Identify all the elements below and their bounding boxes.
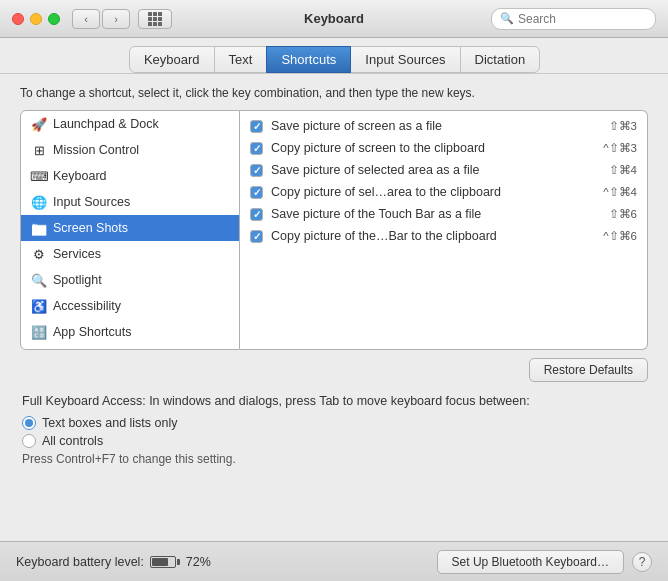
tab-dictation[interactable]: Dictation bbox=[460, 46, 541, 73]
tab-keyboard[interactable]: Keyboard bbox=[129, 46, 215, 73]
restore-defaults-button[interactable]: Restore Defaults bbox=[529, 358, 648, 382]
back-button[interactable]: ‹ bbox=[72, 9, 100, 29]
bluetooth-button[interactable]: Set Up Bluetooth Keyboard… bbox=[437, 550, 624, 574]
sidebar-item-keyboard[interactable]: ⌨ Keyboard bbox=[21, 163, 239, 189]
tab-shortcuts[interactable]: Shortcuts bbox=[266, 46, 351, 73]
shortcut-check-2[interactable] bbox=[250, 164, 263, 177]
radio-text-boxes-circle[interactable] bbox=[22, 416, 36, 430]
shortcut-label-3: Copy picture of sel…area to the clipboar… bbox=[271, 185, 595, 199]
search-box[interactable]: 🔍 bbox=[491, 8, 656, 30]
search-input[interactable] bbox=[518, 12, 647, 26]
shortcut-keys-1: ^⇧⌘3 bbox=[603, 141, 637, 155]
radio-text-boxes[interactable]: Text boxes and lists only bbox=[22, 416, 646, 430]
sidebar-item-app-shortcuts-label: App Shortcuts bbox=[53, 325, 132, 339]
shortcut-keys-5: ^⇧⌘6 bbox=[603, 229, 637, 243]
shortcut-row-2[interactable]: Save picture of selected area as a file … bbox=[240, 159, 647, 181]
battery-fill bbox=[152, 558, 168, 566]
sidebar: 🚀 Launchpad & Dock ⊞ Mission Control ⌨ K… bbox=[20, 110, 240, 350]
shortcut-keys-0: ⇧⌘3 bbox=[609, 119, 637, 133]
help-button[interactable]: ? bbox=[632, 552, 652, 572]
shortcut-panel: Save picture of screen as a file ⇧⌘3 Cop… bbox=[240, 110, 648, 350]
sidebar-item-launchpad[interactable]: 🚀 Launchpad & Dock bbox=[21, 111, 239, 137]
battery-label-text: Keyboard battery level: bbox=[16, 555, 144, 569]
sidebar-item-services[interactable]: ⚙ Services bbox=[21, 241, 239, 267]
services-icon: ⚙ bbox=[31, 246, 47, 262]
battery-tip bbox=[177, 559, 180, 565]
shortcut-check-1[interactable] bbox=[250, 142, 263, 155]
minimize-button[interactable] bbox=[30, 13, 42, 25]
sidebar-item-input-sources[interactable]: 🌐 Input Sources bbox=[21, 189, 239, 215]
maximize-button[interactable] bbox=[48, 13, 60, 25]
traffic-lights bbox=[12, 13, 60, 25]
hint-text: To change a shortcut, select it, click t… bbox=[20, 86, 648, 100]
search-icon: 🔍 bbox=[500, 12, 514, 25]
spotlight-icon: 🔍 bbox=[31, 272, 47, 288]
sidebar-item-spotlight[interactable]: 🔍 Spotlight bbox=[21, 267, 239, 293]
keyboard-icon: ⌨ bbox=[31, 168, 47, 184]
battery-body bbox=[150, 556, 176, 568]
close-button[interactable] bbox=[12, 13, 24, 25]
sidebar-item-screen-shots[interactable]: 📷 Screen Shots bbox=[21, 215, 239, 241]
bottom-bar: Keyboard battery level: 72% Set Up Bluet… bbox=[0, 541, 668, 581]
panels: 🚀 Launchpad & Dock ⊞ Mission Control ⌨ K… bbox=[20, 110, 648, 350]
shortcut-row-3[interactable]: Copy picture of sel…area to the clipboar… bbox=[240, 181, 647, 203]
battery-percent: 72% bbox=[186, 555, 211, 569]
tab-input-sources[interactable]: Input Sources bbox=[350, 46, 460, 73]
app-shortcuts-icon: 🔠 bbox=[31, 324, 47, 340]
radio-all-controls-label: All controls bbox=[42, 434, 103, 448]
shortcut-keys-3: ^⇧⌘4 bbox=[603, 185, 637, 199]
shortcut-label-2: Save picture of selected area as a file bbox=[271, 163, 601, 177]
sidebar-item-input-sources-label: Input Sources bbox=[53, 195, 130, 209]
shortcut-row-0[interactable]: Save picture of screen as a file ⇧⌘3 bbox=[240, 115, 647, 137]
radio-all-controls[interactable]: All controls bbox=[22, 434, 646, 448]
shortcut-check-5[interactable] bbox=[250, 230, 263, 243]
grid-icon bbox=[148, 12, 162, 26]
radio-all-controls-circle[interactable] bbox=[22, 434, 36, 448]
shortcut-row-1[interactable]: Copy picture of screen to the clipboard … bbox=[240, 137, 647, 159]
shortcut-check-0[interactable] bbox=[250, 120, 263, 133]
fka-title: Full Keyboard Access: In windows and dia… bbox=[22, 394, 646, 408]
shortcut-label-1: Copy picture of screen to the clipboard bbox=[271, 141, 595, 155]
sidebar-item-keyboard-label: Keyboard bbox=[53, 169, 107, 183]
restore-row: Restore Defaults bbox=[20, 358, 648, 382]
shortcut-keys-4: ⇧⌘6 bbox=[609, 207, 637, 221]
mission-control-icon: ⊞ bbox=[31, 142, 47, 158]
sidebar-item-mission-control[interactable]: ⊞ Mission Control bbox=[21, 137, 239, 163]
sidebar-item-accessibility[interactable]: ♿ Accessibility bbox=[21, 293, 239, 319]
sidebar-item-function-keys[interactable]: ⌘ Function Keys bbox=[21, 345, 239, 350]
shortcut-row-4[interactable]: Save picture of the Touch Bar as a file … bbox=[240, 203, 647, 225]
forward-button[interactable]: › bbox=[102, 9, 130, 29]
shortcut-label-5: Copy picture of the…Bar to the clipboard bbox=[271, 229, 595, 243]
battery-icon bbox=[150, 556, 180, 568]
shortcut-check-3[interactable] bbox=[250, 186, 263, 199]
window-title: Keyboard bbox=[304, 11, 364, 26]
sidebar-item-spotlight-label: Spotlight bbox=[53, 273, 102, 287]
shortcut-label-4: Save picture of the Touch Bar as a file bbox=[271, 207, 601, 221]
shortcut-check-4[interactable] bbox=[250, 208, 263, 221]
radio-text-boxes-label: Text boxes and lists only bbox=[42, 416, 178, 430]
shortcut-keys-2: ⇧⌘4 bbox=[609, 163, 637, 177]
shortcut-label-0: Save picture of screen as a file bbox=[271, 119, 601, 133]
sidebar-item-app-shortcuts[interactable]: 🔠 App Shortcuts bbox=[21, 319, 239, 345]
tabbar: Keyboard Text Shortcuts Input Sources Di… bbox=[0, 38, 668, 74]
grid-view-button[interactable] bbox=[138, 9, 172, 29]
sidebar-item-launchpad-label: Launchpad & Dock bbox=[53, 117, 159, 131]
main-content: To change a shortcut, select it, click t… bbox=[0, 74, 668, 478]
battery-info: Keyboard battery level: 72% bbox=[16, 555, 211, 569]
screen-shots-icon: 📷 bbox=[31, 220, 47, 236]
sidebar-item-mission-control-label: Mission Control bbox=[53, 143, 139, 157]
launchpad-icon: 🚀 bbox=[31, 116, 47, 132]
fka-section: Full Keyboard Access: In windows and dia… bbox=[20, 394, 648, 466]
fka-hint: Press Control+F7 to change this setting. bbox=[22, 452, 646, 466]
sidebar-item-accessibility-label: Accessibility bbox=[53, 299, 121, 313]
input-sources-icon: 🌐 bbox=[31, 194, 47, 210]
shortcut-row-5[interactable]: Copy picture of the…Bar to the clipboard… bbox=[240, 225, 647, 247]
sidebar-item-services-label: Services bbox=[53, 247, 101, 261]
tab-text[interactable]: Text bbox=[214, 46, 268, 73]
titlebar: ‹ › Keyboard 🔍 bbox=[0, 0, 668, 38]
nav-buttons: ‹ › bbox=[72, 9, 130, 29]
sidebar-item-screen-shots-label: Screen Shots bbox=[53, 221, 128, 235]
accessibility-icon: ♿ bbox=[31, 298, 47, 314]
